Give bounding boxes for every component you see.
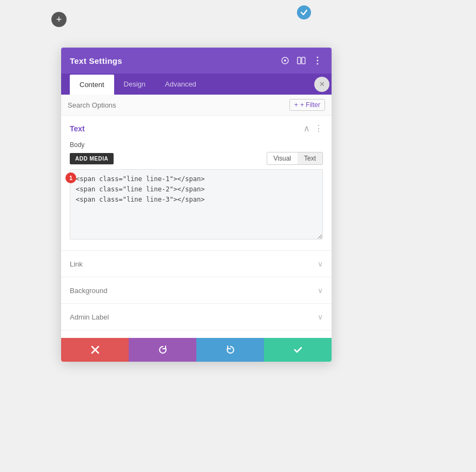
action-bar [61,338,332,362]
check-badge [297,5,311,19]
tab-content[interactable]: Content [70,75,114,95]
section-controls: ∧ ⋮ [303,123,323,134]
filter-plus-icon: + [294,101,298,109]
modal-title: Text Settings [70,56,122,65]
svg-point-4 [317,57,319,58]
modal-tabs: Content Design Advanced ✕ [61,74,332,95]
split-view-icon[interactable] [296,55,307,66]
fullscreen-icon[interactable] [280,55,290,66]
svg-rect-3 [302,57,305,64]
admin-label-section-title: Admin Label [70,313,109,321]
collapse-icon[interactable]: ∧ [303,123,310,134]
link-chevron-icon: ∨ [318,260,323,268]
svg-point-5 [317,60,319,62]
body-label: Body [61,141,332,152]
modal-body: + + Filter Text ∧ ⋮ Body ADD MEDIA Visua… [61,95,332,362]
editor-toolbar: ADD MEDIA Visual Text [61,152,332,169]
background-section[interactable]: Background ∨ [61,277,332,304]
link-section-title: Link [70,260,83,268]
editor-area: 1 <span class="line line-1"></span> <spa… [70,169,323,242]
admin-label-section[interactable]: Admin Label ∨ [61,304,332,330]
text-section-header: Text ∧ ⋮ [61,116,332,141]
background-section-title: Background [70,287,107,295]
visual-view-button[interactable]: Visual [267,152,298,164]
tab-design[interactable]: Design [114,74,155,94]
body-editor[interactable]: <span class="line line-1"></span> <span … [70,169,323,240]
admin-label-chevron-icon: ∨ [318,313,323,321]
redo-button[interactable] [196,338,264,362]
svg-point-6 [317,63,319,65]
svg-point-1 [284,59,286,62]
step-badge: 1 [65,172,76,183]
cancel-button[interactable] [61,338,129,362]
text-view-button[interactable]: Text [298,152,322,164]
section-menu-icon[interactable]: ⋮ [314,123,323,134]
search-bar: + + Filter [61,95,332,116]
text-section: Text ∧ ⋮ Body ADD MEDIA Visual Text 1 <s… [61,116,332,251]
text-settings-modal: Text Settings [61,48,332,362]
filter-label: + Filter [300,101,320,109]
view-toggle: Visual Text [267,152,323,165]
filter-button[interactable]: + + Filter [289,99,325,111]
reset-button[interactable] [129,338,196,362]
close-button[interactable]: ✕ [314,77,329,92]
more-options-icon[interactable] [312,55,323,66]
save-button[interactable] [264,338,332,362]
search-input[interactable] [68,101,289,109]
svg-rect-2 [298,57,301,64]
tab-advanced[interactable]: Advanced [155,74,206,94]
add-media-button[interactable]: ADD MEDIA [70,153,114,164]
text-section-title: Text [70,124,85,133]
modal-header: Text Settings [61,48,332,74]
header-icons [280,55,323,66]
link-section[interactable]: Link ∨ [61,251,332,277]
background-chevron-icon: ∨ [318,286,323,295]
add-module-button[interactable]: + [51,12,67,27]
